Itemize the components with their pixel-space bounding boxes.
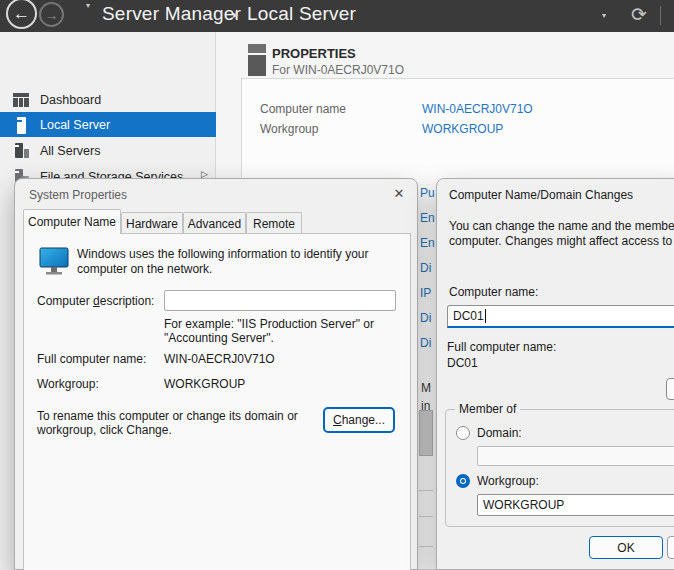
- domain-input[interactable]: [477, 446, 674, 466]
- sidebar-item-all-servers[interactable]: All Servers: [0, 138, 216, 163]
- clipped-property-value: Di: [420, 261, 431, 275]
- full-computer-name-label: Full computer name:: [447, 340, 556, 354]
- more-button[interactable]: [666, 378, 674, 400]
- sidebar-item-dashboard[interactable]: Dashboard: [0, 87, 216, 112]
- workgroup-input[interactable]: [477, 494, 674, 516]
- ok-button[interactable]: OK: [589, 536, 663, 559]
- property-label: Computer name: [260, 102, 346, 116]
- properties-server-icon: [247, 44, 267, 79]
- dialog-body-line2: computer. Changes might affect access to…: [449, 234, 674, 248]
- dialog-title: System Properties: [29, 188, 127, 202]
- server-manager-window: PROPERTIES For WIN-0AECRJ0V71O Computer …: [0, 0, 674, 570]
- tab-intro-text: Windows uses the following information t…: [77, 247, 409, 277]
- breadcrumb-current: Local Server: [247, 3, 356, 25]
- system-properties-dialog: System Properties ✕ Computer Name Hardwa…: [14, 178, 418, 570]
- forward-button[interactable]: →: [39, 2, 64, 27]
- domain-radio-label[interactable]: Domain:: [477, 426, 522, 440]
- tab-hardware[interactable]: Hardware: [121, 212, 183, 234]
- tab-computer-name[interactable]: Computer Name: [23, 209, 121, 234]
- clipped-text: M: [421, 381, 431, 395]
- domain-radio[interactable]: [456, 426, 470, 440]
- ok-button-label: OK: [617, 541, 634, 555]
- dashboard-icon: [13, 92, 30, 108]
- scrollbar-thumb[interactable]: [419, 410, 433, 456]
- sidebar-item-label: All Servers: [40, 144, 100, 158]
- close-icon[interactable]: ✕: [390, 185, 408, 203]
- sidebar-item-label: Dashboard: [40, 93, 101, 107]
- rename-hint-line2: workgroup, click Change.: [37, 423, 172, 437]
- description-example-line2: "Accounting Server".: [164, 331, 274, 345]
- back-button[interactable]: ←: [6, 0, 37, 29]
- monitor-icon: [39, 246, 69, 279]
- server-icon: [13, 117, 30, 133]
- breadcrumb-separator-icon: ▸: [233, 8, 239, 21]
- tab-remote[interactable]: Remote: [246, 212, 302, 234]
- description-example-line1: For example: "IIS Production Server" or: [164, 317, 374, 331]
- dialog-body-line1: You can change the name and the membersh…: [449, 219, 674, 233]
- clipped-property-value: Di: [420, 311, 431, 325]
- member-of-groupbox: Member of Domain: Workgroup:: [445, 409, 674, 527]
- workgroup-value: WORKGROUP: [164, 377, 245, 391]
- sidebar-item-local-server[interactable]: Local Server: [0, 112, 216, 137]
- properties-panel-title: PROPERTIES: [272, 46, 356, 61]
- full-computer-name-value: WIN-0AECRJ0V71O: [164, 352, 275, 366]
- workgroup-radio[interactable]: [456, 474, 470, 488]
- computer-name-input[interactable]: DC01: [447, 305, 674, 328]
- title-bar: ← → ▾ Server Manager ▸ Local Server ▾ ⟳: [0, 0, 674, 32]
- clipped-property-value: Pu: [420, 186, 435, 200]
- intro-line1: Windows uses the following information t…: [77, 247, 368, 276]
- computer-name-value: DC01: [453, 309, 484, 323]
- servers-icon: [13, 143, 30, 159]
- divider: [419, 516, 433, 517]
- clipped-property-value: En: [420, 211, 435, 225]
- computer-description-label: Computer description:: [37, 294, 154, 308]
- computer-name-link[interactable]: WIN-0AECRJ0V71O: [422, 102, 533, 116]
- full-computer-name-label: Full computer name:: [37, 352, 146, 366]
- dialog-title: Computer Name/Domain Changes: [449, 188, 633, 202]
- member-of-label: Member of: [455, 402, 520, 416]
- intro-line2: on the network.: [130, 262, 212, 276]
- divider: [419, 490, 433, 491]
- sidebar-item-label: Local Server: [40, 118, 110, 132]
- rename-hint-line1: To rename this computer or change its do…: [37, 409, 298, 423]
- computer-name-label: Computer name:: [449, 285, 538, 299]
- breadcrumb-root[interactable]: Server Manager: [102, 3, 241, 25]
- clipped-property-value: En: [420, 236, 435, 250]
- computer-description-input[interactable]: [164, 290, 396, 311]
- nav-dropdown-icon[interactable]: ▾: [86, 1, 90, 10]
- workgroup-radio-label[interactable]: Workgroup:: [477, 474, 539, 488]
- computer-name-domain-changes-dialog: Computer Name/Domain Changes You can cha…: [436, 178, 674, 570]
- divider: [419, 546, 433, 547]
- workgroup-label: Workgroup:: [37, 377, 99, 391]
- toolbar-dropdown-icon[interactable]: ▾: [602, 11, 606, 20]
- computer-name-tab-page: Windows uses the following information t…: [23, 233, 411, 570]
- change-button[interactable]: Change...: [323, 407, 395, 433]
- cancel-button[interactable]: [667, 536, 674, 559]
- property-label: Workgroup: [260, 122, 318, 136]
- clipped-property-value: Di: [420, 336, 431, 350]
- workgroup-link[interactable]: WORKGROUP: [422, 122, 503, 136]
- refresh-icon[interactable]: ⟳: [626, 2, 652, 28]
- back-arrow-icon: ←: [13, 4, 30, 24]
- forward-arrow-icon: →: [45, 7, 59, 23]
- tab-advanced[interactable]: Advanced: [183, 212, 246, 234]
- properties-panel-subtitle: For WIN-0AECRJ0V71O: [272, 63, 404, 77]
- clipped-property-value: IP: [420, 286, 431, 300]
- text-cursor: [485, 309, 486, 323]
- full-computer-name-value: DC01: [447, 356, 478, 370]
- toolbar-divider: [660, 6, 661, 25]
